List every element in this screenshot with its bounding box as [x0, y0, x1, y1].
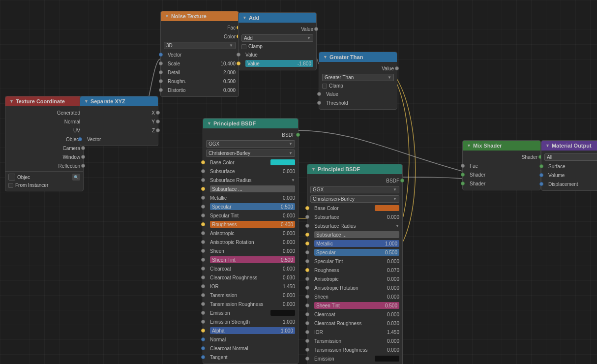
socket-roughness2[interactable]	[305, 268, 309, 272]
socket-clearcoat2[interactable]	[305, 312, 309, 316]
sheen-tint-bar1[interactable]: Sheen Tint 0.500	[210, 256, 295, 263]
from-instancer-check[interactable]	[8, 183, 13, 188]
socket-matout-surface[interactable]	[539, 164, 543, 168]
socket-subsurface1[interactable]	[201, 169, 205, 173]
socket-trans2[interactable]	[305, 339, 309, 343]
socket-add-v1[interactable]	[237, 53, 240, 57]
socket-subrad1[interactable]	[201, 178, 205, 182]
socket-camera[interactable]	[81, 146, 85, 150]
add-header[interactable]: ▼ Add	[239, 13, 316, 23]
socket-basecolor2[interactable]	[305, 206, 309, 210]
socket-gt-thresh[interactable]	[317, 101, 321, 105]
principled-bsdf-1-header[interactable]: ▼ Principled BSDF	[203, 119, 298, 128]
socket-detail[interactable]	[159, 70, 163, 74]
subsurface-color-bar1[interactable]: Subsurface ...	[210, 185, 295, 192]
socket-vector-in[interactable]	[78, 137, 82, 141]
socket-reflection[interactable]	[81, 164, 85, 168]
socket-distortion[interactable]	[159, 88, 163, 92]
add-value2-bar[interactable]: Value -1.800	[245, 60, 313, 67]
greater-than-header[interactable]: ▼ Greater Than	[319, 52, 397, 62]
pbsdf1-subsurface-method[interactable]: Christensen-Burley ▼	[206, 150, 295, 157]
socket-mix-shader2[interactable]	[461, 182, 465, 185]
add-clamp-check[interactable]	[241, 44, 246, 49]
socket-sheen2[interactable]	[305, 295, 309, 299]
socket-metallic2[interactable]	[305, 242, 309, 245]
socket-alpha1[interactable]	[201, 329, 205, 333]
socket-window[interactable]	[81, 155, 85, 159]
socket-mix-fac[interactable]	[461, 164, 465, 168]
socket-anisorot2[interactable]	[305, 286, 309, 290]
socket-ccrough2[interactable]	[305, 321, 309, 325]
specular-bar1[interactable]: Specular 0.500	[210, 203, 295, 210]
socket-y[interactable]	[156, 120, 160, 123]
socket-z[interactable]	[156, 128, 160, 132]
socket-ior1[interactable]	[201, 284, 205, 288]
socket-gt-v[interactable]	[317, 92, 321, 96]
add-type-dropdown[interactable]: Add ▼	[241, 34, 313, 42]
emission-preview2[interactable]	[375, 356, 399, 362]
socket-add-out[interactable]	[314, 27, 318, 31]
socket-specular2[interactable]	[305, 250, 309, 254]
base-color-2-preview[interactable]	[375, 205, 399, 211]
socket-emission2[interactable]	[305, 357, 309, 361]
socket-specular1[interactable]	[201, 205, 205, 209]
socket-bsdf2-out[interactable]	[400, 179, 404, 182]
gt-clamp-check[interactable]	[322, 84, 327, 89]
alpha-bar1[interactable]: Alpha 1.000	[210, 327, 295, 334]
socket-anisorot1[interactable]	[201, 240, 205, 244]
socket-tangent1[interactable]	[201, 355, 205, 359]
socket-transrough1[interactable]	[201, 302, 205, 306]
specular-bar2[interactable]: Specular 0.500	[314, 249, 399, 256]
gt-type-dropdown[interactable]: Greater Than ▼	[322, 74, 394, 81]
socket-subrad2[interactable]	[305, 224, 309, 228]
socket-trans1[interactable]	[201, 293, 205, 297]
metallic-bar2[interactable]: Metallic 1.000	[314, 240, 399, 247]
pbsdf2-distribution[interactable]: GGX ▼	[310, 186, 399, 193]
socket-basecolor1[interactable]	[201, 160, 205, 164]
socket-roughness-n[interactable]	[159, 79, 163, 83]
socket-matout-volume[interactable]	[539, 173, 543, 177]
socket-spectint2[interactable]	[305, 259, 309, 263]
socket-matout-disp[interactable]	[539, 182, 543, 186]
socket-subcol2[interactable]	[305, 233, 309, 237]
noise-texture-header[interactable]: ▼ Noise Texture	[161, 11, 239, 21]
socket-clearcoat1[interactable]	[201, 267, 205, 271]
material-output-dropdown[interactable]: All ▼	[544, 153, 597, 161]
socket-add-v2[interactable]	[237, 61, 240, 65]
socket-mix-shader1[interactable]	[461, 173, 465, 177]
socket-noise-vector[interactable]	[159, 53, 163, 57]
socket-transrough2[interactable]	[305, 348, 309, 352]
socket-subcol1[interactable]	[201, 187, 205, 191]
socket-scale[interactable]	[159, 61, 163, 65]
socket-ior2[interactable]	[305, 330, 309, 334]
socket-x[interactable]	[156, 111, 160, 115]
socket-gt-out[interactable]	[395, 66, 399, 70]
sheen-tint-bar2[interactable]: Sheen Tint 0.500	[314, 302, 399, 309]
object-picker[interactable]: 🔍	[72, 174, 80, 181]
socket-sheentint2[interactable]	[305, 303, 309, 307]
socket-ccrough1[interactable]	[201, 275, 205, 279]
socket-sheen1[interactable]	[201, 249, 205, 253]
socket-subsurface2[interactable]	[305, 215, 309, 219]
socket-emission1[interactable]	[201, 311, 205, 315]
texture-coordinate-header[interactable]: ▼ Texture Coordinate	[5, 96, 83, 106]
pbsdf1-distribution[interactable]: GGX ▼	[206, 140, 295, 148]
socket-emissstr1[interactable]	[201, 320, 205, 324]
socket-spectint1[interactable]	[201, 213, 205, 217]
socket-aniso1[interactable]	[201, 231, 205, 235]
socket-roughness1[interactable]	[201, 222, 205, 226]
socket-metallic1[interactable]	[201, 196, 205, 200]
socket-ccnormal1[interactable]	[201, 346, 205, 350]
socket-bsdf1-out[interactable]	[296, 133, 300, 137]
material-output-header[interactable]: ▼ Material Output	[541, 141, 597, 151]
noise-dimension-dropdown[interactable]: 3D ▼	[164, 42, 236, 49]
mix-shader-header[interactable]: ▼ Mix Shader	[463, 141, 540, 151]
subsurface-color-bar2[interactable]: Subsurface ...	[314, 231, 399, 238]
pbsdf2-subsurface-method[interactable]: Christensen-Burley ▼	[310, 195, 399, 203]
socket-normal1[interactable]	[201, 337, 205, 341]
emission-preview1[interactable]	[270, 310, 295, 316]
base-color-1-preview[interactable]	[270, 159, 295, 165]
principled-bsdf-2-header[interactable]: ▼ Principled BSDF	[307, 164, 402, 174]
object-field[interactable]	[8, 174, 15, 181]
separate-xyz-header[interactable]: ▼ Separate XYZ	[80, 96, 158, 106]
